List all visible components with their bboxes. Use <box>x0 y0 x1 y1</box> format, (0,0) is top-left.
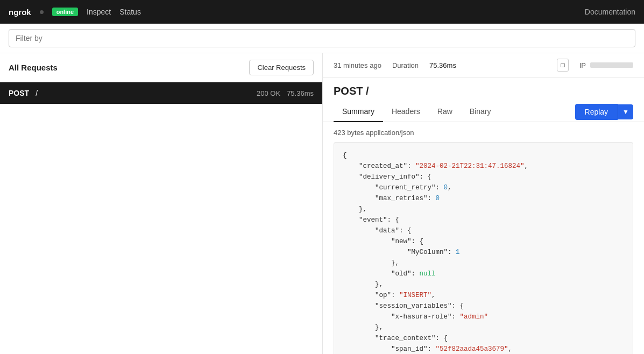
navbar: ngrok online Inspect Status Documentatio… <box>0 0 644 24</box>
all-requests-title: All Requests <box>9 63 58 72</box>
table-row[interactable]: POST / 200 OK 75.36ms <box>0 82 322 104</box>
request-method: POST <box>9 89 29 97</box>
request-time: 31 minutes ago <box>334 61 381 69</box>
duration-label: Duration <box>392 61 419 69</box>
tabs-bar: Summary Headers Raw Binary Replay ▼ <box>323 102 644 122</box>
ip-label: IP <box>579 61 586 69</box>
online-badge: online <box>52 8 78 16</box>
left-panel-header: All Requests Clear Requests <box>0 53 322 82</box>
window-button[interactable]: □ <box>557 59 568 72</box>
replay-button-group: Replay ▼ <box>575 104 633 120</box>
main-layout: All Requests Clear Requests POST / 200 O… <box>0 53 644 354</box>
tab-summary[interactable]: Summary <box>334 102 383 122</box>
content-meta: 423 bytes application/json <box>334 129 633 137</box>
tab-binary[interactable]: Binary <box>461 102 500 122</box>
content-area: 423 bytes application/json { "created_at… <box>323 122 644 354</box>
documentation-link[interactable]: Documentation <box>585 8 635 16</box>
duration-value: 75.36ms <box>429 61 456 69</box>
replay-dropdown-button[interactable]: ▼ <box>618 104 633 119</box>
request-duration: 75.36ms <box>287 89 314 97</box>
inspect-link[interactable]: Inspect <box>87 8 111 16</box>
tab-headers[interactable]: Headers <box>383 102 429 122</box>
clear-requests-button[interactable]: Clear Requests <box>249 60 314 75</box>
request-title: POST / <box>323 77 644 97</box>
filter-input[interactable] <box>9 29 635 47</box>
left-panel: All Requests Clear Requests POST / 200 O… <box>0 53 323 354</box>
request-status: 200 OK <box>257 89 280 97</box>
replay-button[interactable]: Replay <box>575 104 618 120</box>
json-block: { "created_at": "2024-02-21T22:31:47.168… <box>334 142 633 354</box>
ip-wrapper: IP <box>579 61 633 69</box>
status-link[interactable]: Status <box>119 8 141 16</box>
ip-bar <box>590 62 633 68</box>
detail-header: 31 minutes ago Duration 75.36ms □ IP <box>323 53 644 77</box>
filter-bar <box>0 24 644 53</box>
tab-raw[interactable]: Raw <box>429 102 461 122</box>
status-dot <box>40 10 44 14</box>
request-path: / <box>36 89 250 97</box>
brand-logo: ngrok <box>9 8 31 17</box>
right-panel: 31 minutes ago Duration 75.36ms □ IP POS… <box>323 53 644 354</box>
